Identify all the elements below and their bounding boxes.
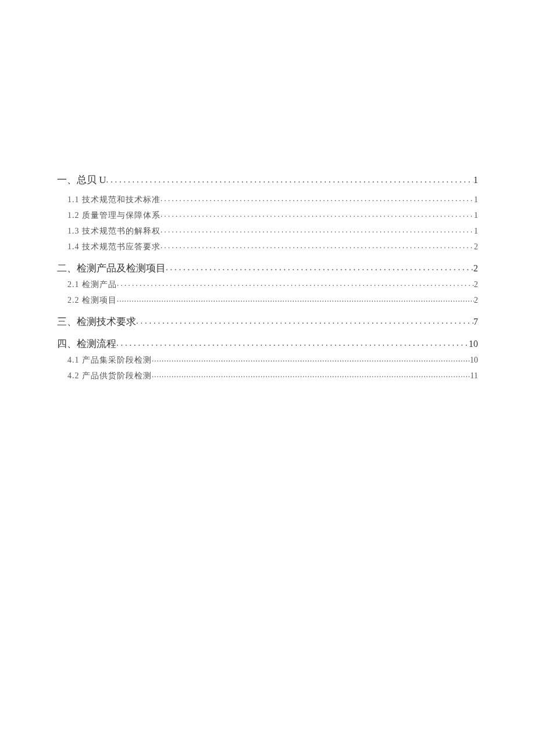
toc-leader-dots	[106, 174, 473, 185]
toc-leader-dots	[166, 262, 473, 273]
toc-leader-dots	[116, 338, 469, 348]
toc-page-number: 1	[474, 227, 478, 237]
toc-page-number: 10	[470, 356, 478, 366]
toc-leader-dots	[152, 354, 470, 364]
toc-page-number: 1	[473, 174, 478, 185]
toc-entry-1-4: 1.4 技术规范书应答要求 2	[57, 242, 478, 252]
toc-label: 2.1 检测产品	[67, 280, 117, 290]
toc-entry-4-1: 4.1 产品集采阶段检测 10	[57, 356, 478, 366]
toc-leader-dots	[117, 279, 474, 288]
toc-entry-2: 二、检测产品及检测项目 2	[57, 263, 478, 274]
toc-label: 1.3 技术规范书的解释权	[67, 227, 160, 237]
toc-leader-dots	[160, 241, 474, 250]
toc-page-number: 7	[473, 316, 478, 327]
toc-label: 四、检测流程	[57, 338, 116, 350]
toc-entry-1-3: 1.3 技术规范书的解释权 1	[57, 227, 478, 237]
toc-leader-dots	[136, 316, 473, 326]
toc-entry-4-2: 4.2 产品供货阶段检测 11	[57, 371, 478, 381]
toc-page-number: 1	[474, 211, 478, 221]
toc-leader-dots	[117, 295, 474, 304]
toc-label: 1.1 技术规范和技术标准	[67, 195, 160, 205]
toc-page-number: 10	[469, 338, 478, 349]
toc-entry-4: 四、检测流程 10	[57, 338, 478, 350]
toc-page-number: 2	[474, 280, 478, 290]
toc-entry-1-1: 1.1 技术规范和技术标准 1	[57, 195, 478, 205]
toc-label: 二、检测产品及检测项目	[57, 263, 166, 274]
toc-page-number: 1	[474, 195, 478, 205]
toc-leader-dots	[160, 194, 474, 203]
document-page: 一、总贝 U 1 1.1 技术规范和技术标准 1 1.2 质量管理与保障体系 1…	[0, 0, 535, 381]
toc-leader-dots	[152, 370, 470, 379]
toc-leader-dots	[160, 225, 474, 235]
toc-entry-3: 三、检测技术要求 7	[57, 316, 478, 328]
toc-page-number: 2	[474, 296, 478, 306]
toc-leader-dots	[160, 210, 474, 219]
toc-page-number: 2	[473, 263, 478, 274]
toc-entry-1: 一、总贝 U 1	[57, 174, 478, 186]
toc-label: 2.2 检测项目	[67, 296, 117, 306]
toc-page-number: 2	[474, 242, 478, 252]
toc-entry-2-1: 2.1 检测产品 2	[57, 280, 478, 290]
toc-label: 三、检测技术要求	[57, 316, 136, 328]
toc-label: 4.2 产品供货阶段检测	[67, 371, 152, 381]
toc-label: 4.1 产品集采阶段检测	[67, 356, 152, 366]
toc-label: 1.2 质量管理与保障体系	[67, 211, 160, 221]
toc-label: 一、总贝 U	[57, 174, 106, 186]
toc-entry-1-2: 1.2 质量管理与保障体系 1	[57, 211, 478, 221]
toc-page-number: 11	[470, 371, 478, 381]
toc-label: 1.4 技术规范书应答要求	[67, 242, 160, 252]
toc-entry-2-2: 2.2 检测项目 2	[57, 296, 478, 306]
